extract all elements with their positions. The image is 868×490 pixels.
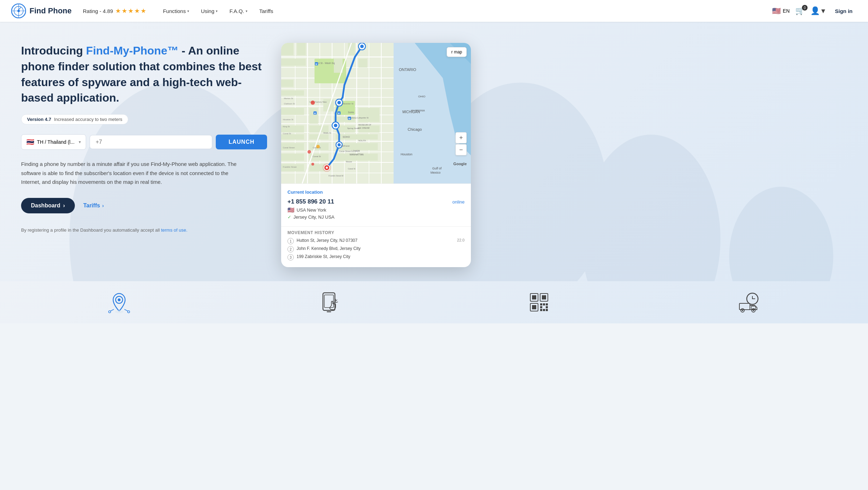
arrow-right-icon: › bbox=[63, 202, 65, 209]
user-account-button[interactable]: 👤 ▾ bbox=[810, 6, 825, 15]
svg-point-126 bbox=[109, 311, 111, 313]
map-area: ONTARIO MICHIGAN Chicago Houston Gulf of… bbox=[281, 43, 471, 183]
cart-button[interactable]: 🛒 0 bbox=[795, 6, 805, 15]
cta-buttons-row: Dashboard › Tariffs › bbox=[21, 198, 267, 213]
svg-point-64 bbox=[360, 45, 364, 48]
zoom-in-button[interactable]: + bbox=[455, 132, 467, 143]
country-selector[interactable]: 🇹🇭 TH / Thailand (l... ▾ bbox=[21, 134, 86, 150]
dashboard-button[interactable]: Dashboard › bbox=[21, 198, 75, 213]
zoom-out-button[interactable]: − bbox=[455, 144, 467, 155]
svg-rect-139 bbox=[532, 305, 536, 309]
bottom-features-row bbox=[0, 281, 868, 323]
terms-link[interactable]: terms of use. bbox=[161, 227, 187, 233]
svg-text:Bower: Bower bbox=[346, 161, 352, 163]
svg-point-120 bbox=[311, 163, 314, 166]
movement-address-1: Hutton St, Jersey City, NJ 07307 bbox=[297, 238, 357, 243]
qr-code-feature-icon bbox=[525, 288, 553, 316]
svg-rect-144 bbox=[546, 306, 548, 308]
version-number: Version 4.7 bbox=[27, 117, 51, 122]
movement-history-panel: Movement History 1 Hutton St, Jersey Cit… bbox=[281, 226, 471, 267]
svg-point-119 bbox=[307, 150, 311, 154]
svg-point-73 bbox=[326, 167, 328, 169]
svg-point-153 bbox=[742, 310, 743, 311]
svg-text:Canal St: Canal St bbox=[313, 155, 321, 157]
signin-button[interactable]: Sign in bbox=[831, 5, 857, 17]
city-name: Jersey City, NJ USA bbox=[293, 214, 335, 220]
launch-button[interactable]: LAUNCH bbox=[216, 135, 267, 149]
svg-text:Clarkson St: Clarkson St bbox=[284, 103, 295, 105]
svg-text:Canal St: Canal St bbox=[283, 133, 291, 135]
nav-functions[interactable]: Functions ▾ bbox=[158, 5, 194, 17]
svg-text:MANHATTAN: MANHATTAN bbox=[350, 153, 364, 156]
svg-line-132 bbox=[336, 302, 338, 303]
phone-number-input[interactable] bbox=[90, 135, 212, 149]
svg-rect-137 bbox=[542, 295, 546, 299]
nav-faq[interactable]: F.A.Q. ▾ bbox=[225, 5, 252, 17]
phone-input-row: 🇹🇭 TH / Thailand (l... ▾ LAUNCH bbox=[21, 134, 267, 150]
svg-rect-142 bbox=[546, 303, 548, 305]
movement-history-title: Movement History bbox=[287, 230, 465, 235]
language-selector[interactable]: 🇺🇸 EN bbox=[772, 7, 790, 15]
svg-rect-50 bbox=[358, 125, 380, 133]
hero-map-card-container: ONTARIO MICHIGAN Chicago Houston Gulf of… bbox=[281, 43, 471, 267]
version-desc: Increased accuracy to two meters bbox=[54, 117, 122, 122]
thailand-flag-icon: 🇹🇭 bbox=[26, 138, 34, 146]
movement-item: 3 199 Zabriskie St, Jersey City bbox=[287, 254, 465, 260]
svg-rect-37 bbox=[281, 80, 293, 87]
us-flag-icon: 🇺🇸 bbox=[772, 7, 781, 15]
phone-number-row: +1 855 896 20 11 online bbox=[287, 198, 465, 205]
svg-rect-43 bbox=[281, 108, 304, 115]
map-type-toggle[interactable]: r map bbox=[447, 47, 467, 57]
svg-rect-151 bbox=[739, 303, 750, 310]
logo-text: Find Phone bbox=[30, 6, 72, 15]
feature-qr-icon-item[interactable] bbox=[525, 288, 553, 316]
svg-rect-145 bbox=[540, 309, 542, 311]
rating-display: Rating - 4.89 ★★★★★ bbox=[83, 7, 147, 15]
online-status-badge: online bbox=[452, 199, 465, 205]
logo[interactable]: Find Phone bbox=[11, 4, 72, 18]
svg-rect-141 bbox=[543, 303, 545, 305]
touch-screen-feature-icon bbox=[315, 288, 343, 316]
svg-text:Watts St: Watts St bbox=[323, 132, 331, 134]
svg-text:OHIO: OHIO bbox=[418, 95, 425, 98]
movement-number-1: 1 bbox=[287, 238, 294, 244]
chevron-down-icon: ▾ bbox=[216, 9, 218, 13]
svg-text:King St: King St bbox=[283, 125, 290, 128]
svg-text:Mexico: Mexico bbox=[430, 171, 441, 174]
nav-tariffs[interactable]: Tariffs bbox=[254, 5, 278, 17]
feature-delivery-icon-item[interactable] bbox=[735, 288, 763, 316]
country-label: TH / Thailand (l... bbox=[37, 139, 75, 145]
movement-number-3: 3 bbox=[287, 254, 294, 260]
chevron-down-icon: ▾ bbox=[187, 9, 189, 13]
movement-distance-1: 22.0 bbox=[457, 238, 465, 242]
movement-number-2: 2 bbox=[287, 246, 294, 252]
svg-text:W 4 St - Wash Sq: W 4 St - Wash Sq bbox=[315, 62, 335, 65]
svg-line-5 bbox=[19, 7, 21, 10]
svg-text:Franklin Street: Franklin Street bbox=[283, 166, 297, 168]
delivery-truck-feature-icon bbox=[735, 288, 763, 316]
country-detail: 🇺🇸 USA New York bbox=[287, 207, 465, 213]
svg-text:M: M bbox=[338, 112, 340, 115]
terms-text: By registering a profile in the Dashboar… bbox=[21, 227, 267, 233]
check-icon: ✓ bbox=[287, 214, 291, 220]
svg-point-68 bbox=[334, 124, 337, 127]
nav-using[interactable]: Using ▾ bbox=[196, 5, 222, 17]
feature-touch-icon-item[interactable] bbox=[315, 288, 343, 316]
navbar: Find Phone Rating - 4.89 ★★★★★ Functions… bbox=[0, 0, 868, 22]
svg-rect-48 bbox=[309, 125, 329, 133]
svg-text:Canal St: Canal St bbox=[348, 168, 356, 170]
svg-rect-147 bbox=[546, 309, 548, 311]
svg-point-122 bbox=[118, 298, 121, 301]
logo-icon bbox=[11, 4, 26, 18]
svg-text:M: M bbox=[316, 63, 317, 65]
movement-address-2: John F. Kennedy Blvd, Jersey City bbox=[297, 246, 361, 251]
svg-text:ICE CREAM: ICE CREAM bbox=[358, 127, 369, 129]
rating-label: Rating - 4.89 bbox=[83, 8, 113, 14]
svg-text:ONTARIO: ONTARIO bbox=[399, 67, 416, 72]
svg-rect-41 bbox=[358, 59, 367, 67]
map-container: ONTARIO MICHIGAN Chicago Houston Gulf of… bbox=[281, 43, 471, 183]
tariffs-link[interactable]: Tariffs › bbox=[83, 202, 104, 209]
chevron-down-icon: ▾ bbox=[821, 6, 825, 15]
svg-point-70 bbox=[338, 143, 341, 147]
feature-location-icon-item[interactable] bbox=[105, 288, 133, 316]
